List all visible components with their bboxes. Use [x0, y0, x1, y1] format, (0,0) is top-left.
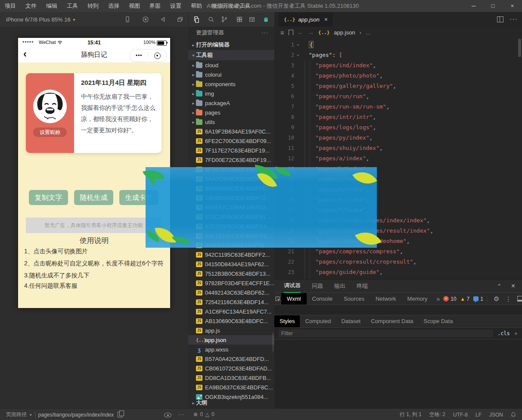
eye-icon[interactable] [164, 413, 171, 417]
file-72542116C63E4BDF14...[interactable]: JS72542116C63E4BDF14... [188, 297, 274, 307]
status-segment-0[interactable]: 行 1, 列 1 [400, 411, 422, 418]
status-segment-3[interactable]: LF [475, 412, 482, 418]
file-AB130690C63E4BDFC...[interactable]: JSAB130690C63E4BDFC... [188, 316, 274, 326]
explorer-files-icon[interactable] [191, 14, 201, 25]
file-A1C6F6C134AE19AFC7...[interactable]: JSA1C6F6C134AE19AFC7... [188, 307, 274, 316]
add-style-icon[interactable]: + [514, 330, 518, 337]
capsule-close-icon[interactable] [149, 53, 167, 59]
list-icon[interactable]: ≡ [280, 29, 284, 36]
action-button-1[interactable]: 随机生成 [74, 190, 113, 205]
styles-tab-1[interactable]: Computed [300, 315, 336, 327]
panel-collapse-icon[interactable]: ⌃ [497, 283, 502, 289]
fold-chevron-icon[interactable]: › [294, 50, 302, 60]
folder-colorui[interactable]: ▸colorui [188, 70, 274, 79]
close-button[interactable]: × [503, 0, 522, 12]
file-6FE2C700C63E4BDF09...[interactable]: JS6FE2C700C63E4BDF09... [188, 136, 274, 146]
multi-window-icon[interactable] [175, 14, 185, 25]
folder-packageA[interactable]: ▸packageA [188, 98, 274, 108]
section-outline[interactable]: ▸ 大纲 [188, 398, 274, 408]
status-segment-2[interactable]: UTF-8 [453, 412, 468, 418]
panel-tab-2[interactable]: 输出 [334, 280, 345, 292]
styles-tab-0[interactable]: Styles [274, 315, 300, 327]
file-9782BF03D4FEE4CFF1E...[interactable]: JS9782BF03D4FEE4CFF1E... [188, 278, 274, 288]
folder-cloud[interactable]: ▸cloud [188, 60, 274, 70]
phone-mode-icon[interactable] [122, 14, 133, 25]
problems-counter[interactable]: ⊗ 0 △ 0 [193, 409, 215, 420]
fold-chevron-icon[interactable]: › [294, 40, 302, 50]
info-badge[interactable]: 1 [473, 296, 483, 302]
devtools-tab-sources[interactable]: Sources [338, 293, 370, 305]
file-app.wxss[interactable]: ʒapp.wxss [188, 345, 274, 354]
mute-icon[interactable] [158, 14, 169, 25]
file-EA9BD637C63E4BDF8C...[interactable]: JSEA9BD637C63E4BDF8C... [188, 383, 274, 392]
devtools-tab-console[interactable]: Console [307, 293, 339, 305]
gear-icon[interactable]: ⚙ [494, 295, 499, 303]
cls-toggle[interactable]: .cls [497, 330, 510, 336]
tab-close-icon[interactable]: × [324, 16, 328, 23]
extensions-grid-icon[interactable] [234, 14, 245, 25]
breadcrumb-file[interactable]: app.json [334, 29, 355, 36]
panel-tab-3[interactable]: 终端 [357, 280, 368, 292]
menu-item-3[interactable]: 工具 [62, 0, 83, 12]
file-B57A0A42C63E4BDFD...[interactable]: JSB57A0A42C63E4BDFD... [188, 354, 274, 364]
status-segment-1[interactable]: 空格: 2 [429, 411, 445, 418]
panel-close-icon[interactable]: × [511, 282, 515, 290]
error-badge[interactable]: × 10 [443, 296, 456, 302]
menu-item-6[interactable]: 视图 [124, 0, 145, 12]
menu-item-2[interactable]: 编辑 [41, 0, 62, 12]
stop-record-icon[interactable] [140, 14, 151, 25]
status-segment-4[interactable]: JSON [489, 412, 503, 418]
file-6A19F2B634AE19AF0C...[interactable]: JS6A19F2B634AE19AF0C... [188, 127, 274, 136]
copy-path-icon[interactable] [118, 412, 122, 417]
file-CB061072C63E4BDFAD...[interactable]: JSCB061072C63E4BDFAD... [188, 364, 274, 373]
tab-app-json[interactable]: {..} app.json × [279, 12, 333, 27]
section-open-editors[interactable]: ▸ 打开的编辑器 [188, 40, 274, 50]
file-7512B3B0C63E4BDF13...[interactable]: JS7512B3B0C63E4BDF13... [188, 269, 274, 278]
more-tabs-icon[interactable]: » [433, 296, 444, 302]
styles-tab-3[interactable]: Component Data [366, 315, 418, 327]
menu-item-4[interactable]: 转到 [83, 0, 103, 12]
menu-item-0[interactable]: 项目 [0, 0, 21, 12]
capsule-button[interactable]: ••• [130, 49, 167, 62]
devtools-tab-wxml[interactable]: Wxml [281, 293, 307, 305]
file-7FD00E72C63E4BDF19...[interactable]: JS7FD00E72C63E4BDF19... [188, 155, 274, 165]
filter-input[interactable] [279, 330, 493, 337]
file-942C1195C63E4BDFF2...[interactable]: JS942C1195C63E4BDFF2... [188, 250, 274, 259]
folder-img[interactable]: ▸img [188, 89, 274, 98]
action-button-0[interactable]: 复制文字 [29, 190, 68, 205]
file-app.js[interactable]: JSapp.js [188, 326, 274, 335]
explorer-scrollbar[interactable] [272, 333, 274, 352]
devtools-tab-memory[interactable]: Memory [402, 293, 433, 305]
inspect-element-icon[interactable] [274, 295, 281, 303]
avatar[interactable] [33, 90, 67, 123]
menu-item-9[interactable]: 帮助 [186, 0, 207, 12]
devtools-tab-network[interactable]: Network [370, 293, 402, 305]
panel-tab-1[interactable]: 问题 [312, 280, 323, 292]
warning-badge[interactable]: ▲ 7 [460, 296, 470, 302]
file-04150D8434AE19AF62...[interactable]: JS04150D8434AE19AF62... [188, 259, 274, 269]
menu-item-8[interactable]: 设置 [165, 0, 186, 12]
menu-item-5[interactable]: 选择 [103, 0, 124, 12]
styles-tab-2[interactable]: Dataset [336, 315, 366, 327]
set-nickname-button[interactable]: 设置昵称 [33, 128, 67, 137]
cloud-dev-icon[interactable] [261, 14, 271, 25]
editor-more-icon[interactable]: ··· [510, 16, 518, 23]
bookmark-icon[interactable] [289, 30, 293, 35]
page-path-label[interactable]: 页面路径 [6, 411, 27, 418]
menu-item-7[interactable]: 界面 [145, 0, 165, 12]
nav-back-icon[interactable]: ← [298, 29, 304, 36]
device-selector[interactable]: iPhone 6/7/8 Plus 85% 16 ▾ [6, 12, 75, 27]
panel-tab-0[interactable]: 调试器 [284, 279, 301, 293]
editor-scrollbar[interactable] [518, 39, 521, 57]
nav-forward-icon[interactable]: → [308, 29, 314, 36]
git-branch-icon[interactable] [219, 14, 230, 25]
maximize-button[interactable]: □ [483, 0, 503, 12]
section-project-root[interactable]: ▾ 工具箱 [188, 50, 274, 60]
file-app.json[interactable]: {..}app.json [188, 335, 274, 345]
dock-side-icon[interactable] [517, 296, 522, 302]
file-7F117E27C63E4BDF19...[interactable]: JS7F117E27C63E4BDF19... [188, 146, 274, 155]
layout-panel-icon[interactable] [247, 14, 257, 25]
bell-icon[interactable] [511, 412, 516, 417]
folder-components[interactable]: ▸components [188, 79, 274, 89]
kebab-menu-icon[interactable]: ⋮ [505, 296, 511, 302]
